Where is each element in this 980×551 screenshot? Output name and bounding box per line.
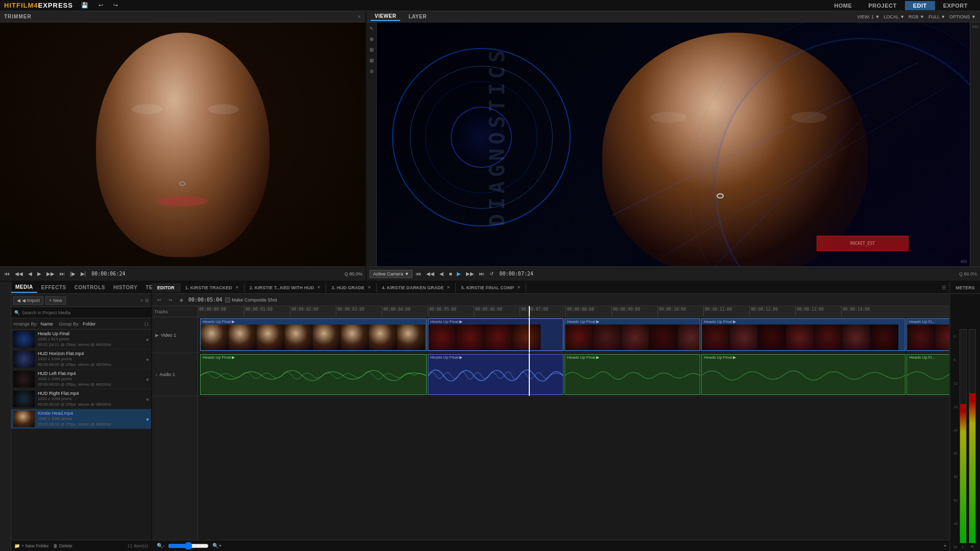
viewer-play-fwd[interactable]: ▶▶ xyxy=(464,270,476,278)
full-select[interactable]: FULL ▼ xyxy=(928,14,945,19)
new-folder-button[interactable]: 📁 + New Folder xyxy=(14,543,49,548)
trimmer-play[interactable]: ▶ xyxy=(36,270,43,278)
viewer-go-end[interactable]: ⏭ xyxy=(478,270,486,278)
nav-home[interactable]: HOME xyxy=(826,1,860,10)
video-clip-3[interactable]: Heads Up Final ▶ xyxy=(565,318,700,351)
trimmer-preview xyxy=(0,22,365,266)
nav-project[interactable]: PROJECT xyxy=(860,1,904,10)
view-toggle-icon[interactable]: ≡ xyxy=(140,298,143,303)
tab-kirstie-final[interactable]: 5. KIRSTIE FINAL COMP ✕ xyxy=(456,283,526,292)
media-item-hud-horizon[interactable]: HUD Horizon Flat.mp4 1920 x 1094 pixels … xyxy=(11,349,151,369)
viewer-stop[interactable]: ■ xyxy=(447,270,453,278)
trimmer-go-start[interactable]: ⏮ xyxy=(3,270,11,278)
new-media-button[interactable]: + New xyxy=(45,296,66,305)
tab-media[interactable]: MEDIA xyxy=(11,282,37,293)
media-item-kirstie[interactable]: Kirstie Head.mp4 980 x 551 pixels 00:0… xyxy=(11,409,151,429)
trimmer-mark-in[interactable]: |▶ xyxy=(68,270,77,278)
editor-panel-menu[interactable]: ☰ xyxy=(939,285,949,290)
active-camera-button[interactable]: Active Camera ▼ xyxy=(370,270,412,278)
tab-close-3[interactable]: ✕ xyxy=(368,285,371,290)
video-clip-5[interactable]: Heads Up Fi... xyxy=(906,318,949,351)
tab-hud-grade[interactable]: 3. HUD GRADE ✕ xyxy=(326,283,377,292)
view-select[interactable]: VIEW: 1 ▼ xyxy=(857,14,879,19)
search-input[interactable] xyxy=(22,310,148,315)
media-item-options-4[interactable]: ● xyxy=(146,416,149,422)
nav-export[interactable]: EXPORT xyxy=(935,1,976,10)
tab-close-1[interactable]: ✕ xyxy=(235,285,239,290)
media-item-options-3[interactable]: ● xyxy=(146,396,149,402)
media-item-heads-up[interactable]: Heads Up Final 1920 x 814 pixels 00:01:2… xyxy=(11,330,151,349)
editor-redo[interactable]: ↪ xyxy=(166,296,175,304)
viewer-zoom-label: Q 80.0% xyxy=(959,271,977,277)
trimmer-go-end[interactable]: ⏭ xyxy=(58,270,66,278)
save-button[interactable]: 💾 xyxy=(79,1,90,10)
viewer-go-start[interactable]: ⏮ xyxy=(414,270,423,278)
tab-editor-main[interactable]: EDITOR xyxy=(152,283,180,292)
redo-button[interactable]: ↪ xyxy=(111,1,120,10)
audio-clip-1[interactable]: Heads Up Final ▶ xyxy=(200,354,427,395)
viewer-loop[interactable]: ↺ xyxy=(488,270,495,278)
media-item-options-2[interactable]: ● xyxy=(146,377,149,382)
video-clip-4[interactable]: Heads Up Final ▶ xyxy=(701,318,905,351)
arrange-by-value[interactable]: Name xyxy=(41,321,53,327)
new-folder-icon: 📁 xyxy=(14,543,20,548)
clip-5-thumb-1 xyxy=(935,324,949,350)
media-item-hud-left[interactable]: HUD Left Flat.mp4 1024 x 1094 pixels 00:… xyxy=(11,369,151,389)
import-button[interactable]: ◀ ◀ Import xyxy=(13,296,43,305)
trimmer-play-fwd[interactable]: ▶▶ xyxy=(45,270,56,278)
media-item-options-0[interactable]: ● xyxy=(146,337,149,342)
audio-clip-4[interactable]: Heads Up Final ▶ xyxy=(701,354,905,395)
viewer-play[interactable]: ▶ xyxy=(455,270,462,278)
timeline-playhead[interactable] xyxy=(529,306,530,317)
svg-line-1 xyxy=(664,88,944,256)
options-select[interactable]: OPTIONS ▼ xyxy=(949,14,976,19)
tab-kirstie-tracked[interactable]: 1. KIRSTIE TRACKED ✕ xyxy=(180,283,244,292)
tab-close-5[interactable]: ✕ xyxy=(517,285,521,290)
delete-button[interactable]: 🗑 Delete xyxy=(53,543,72,548)
viewer-step-back[interactable]: ◀◀ xyxy=(425,270,436,278)
tab-kirstie-darken[interactable]: 4. KIRSTIE DARKEN GRADE ✕ xyxy=(377,283,456,292)
editor-something[interactable]: ◈ xyxy=(178,296,185,304)
composite-shot-checkbox[interactable] xyxy=(225,297,230,303)
tab-history[interactable]: HISTORY xyxy=(109,283,141,292)
nav-edit[interactable]: EDIT xyxy=(905,1,935,10)
tab-viewer[interactable]: VIEWER xyxy=(371,12,400,21)
rgb-select[interactable]: RGB ▼ xyxy=(909,14,924,19)
move-tool[interactable]: ⊠ xyxy=(369,57,375,64)
audio-clip-5[interactable]: Heads Up Fi... xyxy=(906,354,949,395)
meters-header: METERS xyxy=(950,282,980,294)
media-item-options-1[interactable]: ● xyxy=(146,357,149,362)
arrow-tool[interactable]: ↖ xyxy=(369,24,375,32)
transform-tool[interactable]: ⊕ xyxy=(369,35,375,43)
tab-controls[interactable]: CONTROLS xyxy=(70,283,109,292)
trimmer-step-back[interactable]: ◀◀ xyxy=(13,270,24,278)
grid-toggle-icon[interactable]: ⊞ xyxy=(145,298,149,303)
tab-kirstie-hud[interactable]: 2. KIRSTIE T...KED WITH HUD ✕ xyxy=(244,283,327,292)
tab-close-2[interactable]: ✕ xyxy=(317,285,321,290)
video-track-label: ▶ Video 1 xyxy=(152,317,198,353)
viewer-play-back[interactable]: ◀ xyxy=(438,270,445,278)
timeline-zoom-out[interactable]: 🔍- xyxy=(155,542,166,549)
trimmer-close-icon[interactable]: ✕ xyxy=(357,14,361,19)
timeline-zoom-in[interactable]: 🔍+ xyxy=(211,542,223,549)
audio-clip-3[interactable]: Heads Up Final ▶ xyxy=(565,354,700,395)
trimmer-play-back[interactable]: ◀ xyxy=(27,270,34,278)
undo-button[interactable]: ↩ xyxy=(96,1,105,10)
zoom-tool[interactable]: ⊘ xyxy=(369,67,375,75)
tab-layer[interactable]: LAYER xyxy=(404,13,430,20)
video-clip-1[interactable]: Heads Up Final ▶ xyxy=(200,318,427,351)
trimmer-mark-out[interactable]: ▶| xyxy=(79,270,88,278)
hud-red-banner: ROCKET_EST xyxy=(817,236,909,251)
media-item-hud-right[interactable]: HUD Right Flat.mp4 1024 x 1094 pixels 00… xyxy=(11,389,151,409)
audio-clip-2[interactable]: Heads Up Final ▶ xyxy=(428,354,564,395)
tab-effects[interactable]: EFFECTS xyxy=(37,283,70,292)
timeline-zoom-slider[interactable] xyxy=(168,542,209,550)
local-select[interactable]: LOCAL ▼ xyxy=(884,14,904,19)
timeline-ruler[interactable]: 00:00:00:00 00:00:01:00 00:00:02:00 00:0… xyxy=(198,306,949,317)
tab-close-4[interactable]: ✕ xyxy=(447,285,450,290)
editor-undo[interactable]: ↩ xyxy=(155,296,163,304)
timeline-scroll: 00:00:00:00 00:00:01:00 00:00:02:00 00:0… xyxy=(198,306,949,540)
group-by-value[interactable]: Folder xyxy=(83,321,96,327)
expand-tool[interactable]: ⊞ xyxy=(369,46,375,54)
video-clip-2[interactable]: Heads Up Final ▶ xyxy=(428,318,564,351)
